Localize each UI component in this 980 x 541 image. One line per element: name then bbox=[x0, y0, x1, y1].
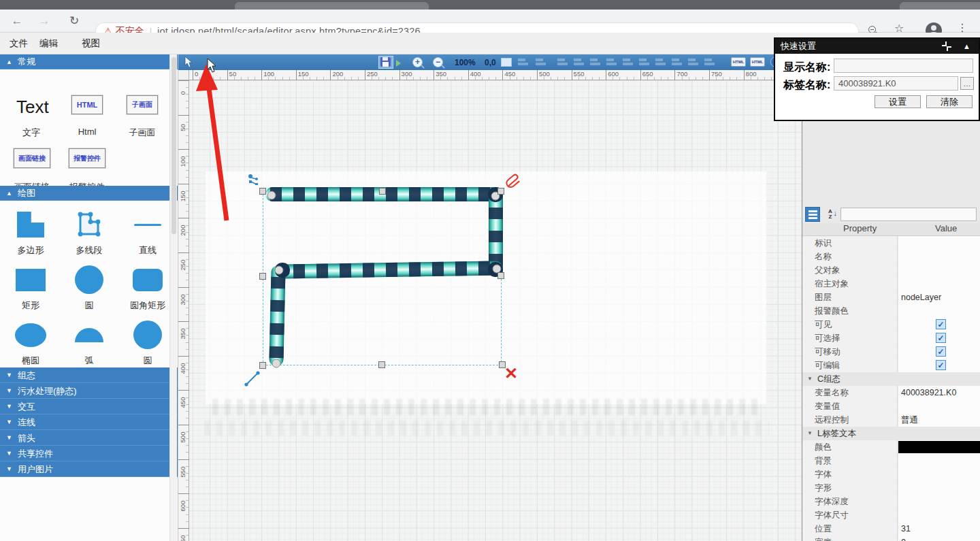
property-row[interactable]: 字体尺寸 bbox=[802, 508, 980, 522]
property-row[interactable]: 宽度0 bbox=[802, 536, 980, 541]
sidebar-scrollbar[interactable] bbox=[169, 54, 177, 541]
property-row[interactable]: 报警颜色 bbox=[802, 304, 980, 318]
canvas-size-button[interactable] bbox=[501, 58, 512, 67]
line-tool-icon[interactable] bbox=[244, 370, 261, 387]
palette-item-弧[interactable]: 弧 bbox=[60, 316, 118, 372]
vertex-handle[interactable] bbox=[275, 266, 283, 274]
browser-tab[interactable] bbox=[235, 2, 429, 10]
property-row[interactable]: 远程控制普通 bbox=[802, 413, 980, 427]
sidebar-section-drawing[interactable]: ▲ 绘图 bbox=[0, 186, 178, 201]
browser-tab[interactable] bbox=[900, 2, 980, 10]
clear-button[interactable]: 清除 bbox=[926, 95, 973, 108]
sidebar-section-组态[interactable]: ▼组态 bbox=[0, 367, 178, 383]
palette-item-圆[interactable]: 圆 bbox=[118, 316, 177, 372]
select-tool-icon[interactable] bbox=[184, 56, 193, 68]
palette-item-subscreen[interactable]: 子画面 bbox=[127, 95, 158, 114]
property-row[interactable]: 图层nodeLayer bbox=[802, 291, 980, 304]
property-row[interactable]: ▼L标签文本 bbox=[802, 427, 980, 440]
palette-item-alarm-control[interactable]: 报警控件 bbox=[69, 148, 105, 168]
forward-icon[interactable]: → bbox=[35, 12, 53, 30]
property-row[interactable]: 字体深度 bbox=[802, 495, 980, 508]
property-row[interactable]: 字形 bbox=[802, 481, 980, 495]
property-row[interactable]: 变量名称400038921.K0 bbox=[802, 386, 980, 399]
pipe-segment-left[interactable] bbox=[269, 265, 285, 366]
checkbox[interactable]: ✓ bbox=[936, 346, 946, 357]
quick-settings-title-bar[interactable]: 快速设置 ▲ bbox=[775, 39, 979, 54]
edit-nodes-icon[interactable] bbox=[247, 174, 261, 187]
sidebar-section-用户图片[interactable]: ▼用户图片 bbox=[0, 461, 178, 477]
sort-az-icon[interactable]: AZ bbox=[823, 207, 838, 222]
palette-item-text[interactable]: Text bbox=[16, 97, 49, 118]
vertex-handle[interactable] bbox=[272, 359, 280, 367]
display-name-input[interactable] bbox=[834, 59, 973, 73]
property-row[interactable]: 背景 bbox=[802, 454, 980, 468]
resize-handle-ne[interactable] bbox=[497, 188, 504, 195]
property-group-C组态[interactable]: ▼C组态 bbox=[802, 372, 980, 386]
resize-handle-w[interactable] bbox=[259, 273, 266, 280]
palette-item-直线[interactable]: 直线 bbox=[118, 206, 177, 261]
menu-file[interactable]: 文件 bbox=[10, 37, 28, 50]
scrollbar-thumb[interactable] bbox=[172, 57, 176, 234]
sidebar-section-共享控件[interactable]: ▼共享控件 bbox=[0, 446, 178, 461]
property-row[interactable]: 可见✓ bbox=[802, 318, 980, 331]
palette-item-screen-link[interactable]: 画面链接 bbox=[14, 148, 50, 168]
design-canvas[interactable]: ✕ bbox=[189, 80, 802, 541]
sidebar-section-污水处理(静态)[interactable]: ▼污水处理(静态) bbox=[0, 383, 178, 399]
palette-item-矩形[interactable]: 矩形 bbox=[1, 261, 60, 316]
sidebar-section-箭头[interactable]: ▼箭头 bbox=[0, 430, 178, 446]
property-row[interactable]: ▼C组态 bbox=[802, 372, 980, 386]
checkbox[interactable]: ✓ bbox=[936, 333, 946, 343]
resize-handle-s[interactable] bbox=[378, 361, 385, 368]
property-row[interactable]: 位置31 bbox=[802, 522, 980, 536]
property-filter-input[interactable] bbox=[840, 208, 977, 221]
tag-name-input[interactable]: 400038921.K0 bbox=[834, 76, 958, 91]
resize-handle-n[interactable] bbox=[379, 188, 386, 195]
checkbox[interactable]: ✓ bbox=[936, 319, 946, 329]
color-swatch[interactable] bbox=[898, 441, 980, 453]
collapse-triangle-icon[interactable]: ▲ bbox=[963, 39, 970, 54]
categorize-icon[interactable] bbox=[805, 207, 820, 222]
zoom-in-button[interactable]: + bbox=[412, 57, 423, 67]
sidebar-section-general[interactable]: ▲ 常规 bbox=[0, 54, 178, 69]
dock-icon[interactable] bbox=[942, 42, 951, 51]
tag-browse-button[interactable]: ... bbox=[960, 77, 974, 90]
property-group-L标签文本[interactable]: ▼L标签文本 bbox=[802, 427, 980, 440]
property-row[interactable]: 可编辑✓ bbox=[802, 359, 980, 372]
property-row[interactable]: 变量值 bbox=[802, 399, 980, 413]
html-source-button[interactable]: HTML bbox=[731, 57, 746, 67]
zoom-out-button[interactable]: − bbox=[433, 57, 443, 67]
checkbox[interactable]: ✓ bbox=[936, 360, 946, 370]
palette-item-椭圆[interactable]: 椭圆 bbox=[1, 316, 60, 372]
property-row[interactable]: 名称 bbox=[802, 250, 980, 263]
back-icon[interactable]: ← bbox=[8, 12, 26, 30]
reload-icon[interactable]: ↻ bbox=[65, 12, 83, 30]
property-row[interactable]: 父对象 bbox=[802, 263, 980, 277]
property-row[interactable]: 标识 bbox=[802, 236, 980, 250]
palette-item-圆[interactable]: 圆 bbox=[60, 261, 118, 316]
set-button[interactable]: 设置 bbox=[875, 95, 921, 108]
menu-edit[interactable]: 编辑 bbox=[39, 37, 58, 50]
property-row[interactable]: 字体 bbox=[802, 468, 980, 481]
palette-item-html[interactable]: HTML bbox=[71, 95, 103, 114]
pipe-drawing[interactable] bbox=[189, 80, 802, 541]
palette-item-多线段[interactable]: 多线段 bbox=[60, 206, 118, 261]
vertex-handle[interactable] bbox=[267, 191, 276, 199]
delete-x-icon[interactable]: ✕ bbox=[504, 366, 518, 381]
sidebar-section-交互[interactable]: ▼交互 bbox=[0, 399, 178, 414]
save-button[interactable] bbox=[380, 57, 391, 67]
resize-handle-e[interactable] bbox=[497, 272, 504, 279]
property-row[interactable]: 宿主对象 bbox=[802, 277, 980, 291]
pipe-segment-middle[interactable] bbox=[276, 261, 502, 278]
html-preview-button[interactable]: HTML bbox=[750, 57, 765, 67]
run-button[interactable] bbox=[396, 60, 401, 67]
sidebar-section-连线[interactable]: ▼连线 bbox=[0, 414, 178, 430]
menu-view[interactable]: 视图 bbox=[82, 37, 100, 50]
palette-item-多边形[interactable]: 多边形 bbox=[1, 206, 60, 261]
paperclip-icon[interactable] bbox=[506, 173, 521, 191]
property-row[interactable]: 颜色 bbox=[802, 440, 980, 454]
palette-item-圆角矩形[interactable]: 圆角矩形 bbox=[118, 261, 177, 316]
resize-handle-nw[interactable] bbox=[259, 188, 266, 195]
resize-handle-sw[interactable] bbox=[259, 362, 266, 369]
property-row[interactable]: 可选择✓ bbox=[802, 331, 980, 345]
property-row[interactable]: 可移动✓ bbox=[802, 345, 980, 359]
